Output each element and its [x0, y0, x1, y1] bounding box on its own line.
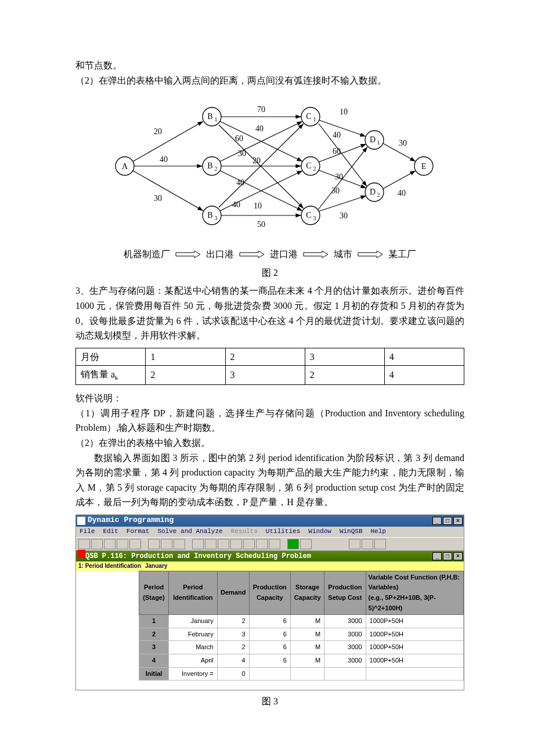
- col-header[interactable]: Variable Cost Function (P,H,B: Variables…: [366, 571, 463, 614]
- menu-edit[interactable]: Edit: [103, 527, 118, 537]
- toolbar-button[interactable]: [349, 539, 360, 549]
- network-diagram: A B1 B2 B3 C1 C2 C3 D1 D2 E 204030 70406…: [102, 93, 438, 239]
- col-header[interactable]: PeriodIdentification: [169, 571, 218, 614]
- grid-cell[interactable]: February: [169, 628, 218, 641]
- child-window-title: QSB P.116: Production and Inventory Sche…: [85, 552, 311, 560]
- svg-text:40: 40: [160, 155, 168, 164]
- col-header[interactable]: Demand: [217, 571, 249, 614]
- row-header[interactable]: 4: [139, 654, 169, 668]
- grid-cell[interactable]: 6: [249, 641, 290, 654]
- toolbar-button[interactable]: [174, 539, 185, 549]
- grid-cell[interactable]: Inventory =: [169, 667, 218, 681]
- close-button[interactable]: ×: [453, 517, 463, 525]
- grid-cell[interactable]: 0: [217, 667, 249, 681]
- grid-cell[interactable]: 3000: [324, 628, 366, 641]
- toolbar-button[interactable]: [129, 539, 141, 549]
- toolbar-button[interactable]: [269, 539, 280, 549]
- row-header[interactable]: 1: [139, 615, 169, 628]
- row-header[interactable]: 2: [139, 628, 169, 641]
- grid-cell[interactable]: March: [169, 641, 218, 654]
- grid-cell[interactable]: [249, 667, 290, 681]
- toolbar-button[interactable]: [205, 539, 217, 549]
- svg-text:2: 2: [215, 165, 218, 172]
- grid-cell[interactable]: 1000P+50H: [366, 641, 463, 654]
- minimize-button[interactable]: _: [432, 517, 442, 525]
- grid-cell[interactable]: 6: [249, 628, 290, 641]
- menu-utilities[interactable]: Utilities: [266, 527, 300, 537]
- svg-text:1: 1: [215, 116, 218, 123]
- body-text: （2）在弹出的表格中输入数据。: [75, 435, 464, 451]
- toolbar-button[interactable]: [161, 539, 172, 549]
- menu-solve[interactable]: Solve and Analyze: [157, 527, 222, 537]
- child-titlebar: QSB P.116: Production and Inventory Sche…: [76, 551, 464, 561]
- grid-cell[interactable]: M: [290, 641, 324, 654]
- stage-label: 机器制造厂: [124, 247, 170, 262]
- col-header[interactable]: ProductionSetup Cost: [324, 571, 366, 614]
- toolbar-button[interactable]: [218, 539, 229, 549]
- menu-window[interactable]: Window: [308, 527, 331, 537]
- grid-cell[interactable]: 1000P+50H: [366, 654, 463, 668]
- grid-cell[interactable]: January: [169, 615, 218, 628]
- col-header[interactable]: Period(Stage): [139, 571, 169, 614]
- grid-cell[interactable]: M: [290, 654, 324, 668]
- arrow-icon: [175, 250, 201, 258]
- svg-text:30: 30: [238, 149, 246, 158]
- svg-text:10: 10: [340, 107, 348, 116]
- toolbar-button[interactable]: [117, 539, 128, 549]
- toolbar-button[interactable]: [91, 539, 103, 549]
- grid-cell[interactable]: 2: [217, 641, 249, 654]
- toolbar-button[interactable]: [256, 539, 268, 549]
- titlebar: Dynamic Programming _ □ ×: [76, 515, 464, 527]
- toolbar-button[interactable]: [243, 539, 255, 549]
- menu-help[interactable]: Help: [371, 527, 386, 537]
- grid-cell[interactable]: 4: [217, 654, 249, 668]
- grid-cell[interactable]: April: [169, 654, 218, 668]
- svg-text:1: 1: [377, 139, 380, 146]
- table-row: InitialInventory =0: [139, 667, 464, 681]
- grid-cell[interactable]: 6: [249, 615, 290, 628]
- maximize-button[interactable]: □: [443, 517, 452, 525]
- grid-cell[interactable]: 3000: [324, 654, 366, 668]
- toolbar-button[interactable]: [148, 539, 160, 549]
- col-header[interactable]: StorageCapacity: [290, 571, 324, 614]
- grid-cell[interactable]: 1000P+50H: [366, 628, 463, 641]
- menu-results[interactable]: Results: [231, 527, 258, 537]
- grid-cell[interactable]: 3: [217, 628, 249, 641]
- header-row: Period(Stage) PeriodIdentification Deman…: [139, 571, 464, 614]
- row-header[interactable]: Initial: [139, 667, 169, 681]
- close-button[interactable]: ×: [453, 552, 463, 560]
- svg-line-42: [319, 144, 366, 162]
- grid-cell[interactable]: 1000P+50H: [366, 615, 463, 628]
- svg-line-37: [219, 124, 304, 207]
- grid-cell[interactable]: [324, 667, 366, 681]
- svg-text:2: 2: [313, 165, 316, 172]
- grid-cell[interactable]: [290, 667, 324, 681]
- maximize-button[interactable]: □: [443, 552, 452, 560]
- toolbar-button[interactable]: [192, 539, 204, 549]
- toolbar-button[interactable]: [230, 539, 242, 549]
- svg-text:2: 2: [377, 192, 380, 198]
- toolbar-button[interactable]: [287, 539, 299, 549]
- col-header[interactable]: ProductionCapacity: [249, 571, 290, 614]
- menu-file[interactable]: File: [80, 527, 95, 537]
- toolbar-button[interactable]: [104, 539, 116, 549]
- row-header[interactable]: 3: [139, 641, 169, 654]
- menu-winqsb[interactable]: WinQSB: [340, 527, 363, 537]
- grid-cell[interactable]: 2: [217, 615, 249, 628]
- grid-cell[interactable]: M: [290, 615, 324, 628]
- grid-cell[interactable]: [366, 667, 463, 681]
- svg-text:B: B: [207, 211, 212, 219]
- toolbar-button[interactable]: [78, 539, 90, 549]
- table-row: 4April46M30001000P+50H: [139, 654, 464, 668]
- cell-value[interactable]: January: [142, 561, 192, 571]
- minimize-button[interactable]: _: [432, 552, 442, 560]
- toolbar-button[interactable]: [300, 539, 312, 549]
- svg-line-47: [383, 171, 416, 189]
- toolbar-button[interactable]: [362, 539, 373, 549]
- grid-cell[interactable]: M: [290, 628, 324, 641]
- grid-cell[interactable]: 3000: [324, 641, 366, 654]
- toolbar-button[interactable]: [374, 539, 386, 549]
- grid-cell[interactable]: 6: [249, 654, 290, 668]
- menu-format[interactable]: Format: [127, 527, 150, 537]
- grid-cell[interactable]: 3000: [324, 615, 366, 628]
